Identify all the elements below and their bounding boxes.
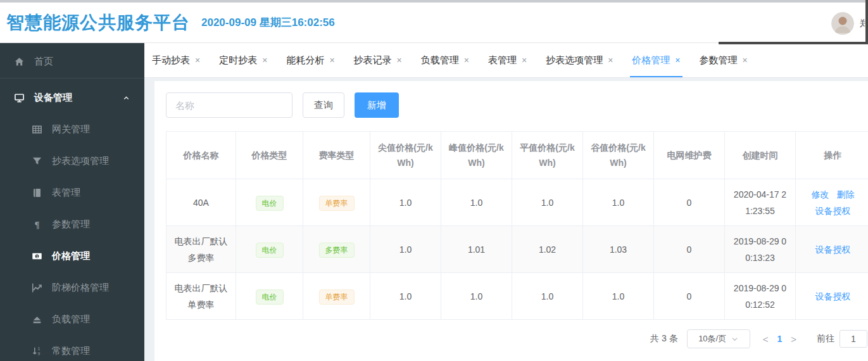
- sidebar-item-label: 价格管理: [52, 250, 90, 262]
- monitor-icon: [14, 92, 25, 103]
- sidebar-item-home[interactable]: 首页: [0, 46, 144, 79]
- goto-label: 前往: [817, 333, 834, 345]
- avatar[interactable]: [831, 12, 854, 35]
- tab-label: 表管理: [488, 54, 517, 66]
- tab-meter-reading-records[interactable]: 抄表记录×: [354, 43, 402, 77]
- sidebar-item-label: 首页: [34, 56, 53, 68]
- rate_type-badge: 单费率: [319, 289, 355, 305]
- page-size-value: 10条/页: [698, 333, 726, 345]
- content-card: 查询 新增 价格名称价格类型费率类型尖值价格(元/k Wh)峰值价格(元/k W…: [154, 81, 868, 361]
- tab-meter-management[interactable]: 表管理×: [488, 43, 527, 77]
- pagination: 共 3 条 10条/页 < 1 > 前往 页: [154, 329, 868, 348]
- total-count: 共 3 条: [650, 333, 678, 345]
- cell-sharp: 1.0: [370, 226, 441, 273]
- chevron-up-icon: [122, 94, 130, 102]
- price-table: 价格名称价格类型费率类型尖值价格(元/k Wh)峰值价格(元/k Wh)平值价格…: [166, 131, 868, 320]
- sidebar-item-parameter-management[interactable]: ¶参数管理: [0, 208, 144, 240]
- sidebar-item-tiered-price-management[interactable]: 阶梯价格管理: [0, 272, 144, 303]
- price_type-badge: 电价: [256, 289, 284, 305]
- add-button[interactable]: 新增: [355, 92, 399, 118]
- cell-created: 2019-08-29 0 0:13:23: [725, 226, 796, 273]
- cell-maintenance: 0: [654, 226, 725, 273]
- cell-actions: 修改删除设备授权: [796, 179, 868, 226]
- sidebar-item-label: 设备管理: [34, 92, 72, 104]
- grid-icon: [32, 124, 42, 135]
- action-link[interactable]: 设备授权: [815, 288, 851, 305]
- tab-label: 定时抄表: [219, 54, 257, 66]
- action-link[interactable]: 删除: [837, 186, 855, 203]
- sidebar-item-label: 参数管理: [52, 218, 90, 231]
- tab-manual-meter-reading[interactable]: 手动抄表×: [152, 43, 200, 77]
- action-link[interactable]: 设备授权: [815, 203, 851, 219]
- column-header-sharp: 尖值价格(元/k Wh): [370, 132, 441, 179]
- tab-meter-reading-options[interactable]: 抄表选项管理×: [546, 43, 613, 77]
- header-datetime: 2020-09-09 星期三16:02:56: [201, 15, 335, 30]
- tab-scheduled-meter-reading[interactable]: 定时抄表×: [219, 43, 267, 77]
- cell-actions: 设备授权: [796, 226, 868, 273]
- svg-text:9: 9: [38, 351, 41, 355]
- column-header-name: 价格名称: [167, 132, 236, 179]
- search-input[interactable]: [166, 92, 292, 118]
- table-row: 电表出厂默认 单费率电价单费率1.01.01.01.002019-08-29 0…: [167, 273, 868, 320]
- sidebar-item-device-management[interactable]: 设备管理: [0, 82, 144, 113]
- tab-label: 抄表记录: [354, 54, 392, 66]
- tab-price-management[interactable]: 价格管理×: [632, 43, 680, 77]
- cell-valley: 1.0: [583, 273, 654, 320]
- cell-peak: 1.0: [441, 179, 512, 226]
- window-edge-artifact-horizontal: [719, 42, 868, 44]
- sidebar-item-meter-management[interactable]: 表管理: [0, 177, 144, 208]
- user-area[interactable]: 郑: [831, 12, 868, 35]
- book-icon: [32, 187, 42, 198]
- cell-peak: 1.01: [441, 226, 512, 273]
- cell-name: 电表出厂默认 单费率: [167, 273, 236, 320]
- action-link[interactable]: 设备授权: [815, 241, 851, 258]
- sidebar-item-price-management[interactable]: 1价格管理: [0, 240, 144, 272]
- topbar: 智慧能源公共服务平台 2020-09-09 星期三16:02:56 郑: [0, 0, 868, 43]
- close-icon[interactable]: ×: [743, 55, 748, 65]
- sidebar-item-load-management[interactable]: 负载管理: [0, 303, 144, 335]
- eject-icon: [32, 314, 42, 325]
- price_type-badge: 电价: [256, 243, 284, 258]
- close-icon[interactable]: ×: [464, 55, 469, 65]
- action-link[interactable]: 修改: [812, 186, 829, 203]
- sidebar: 首页设备管理网关管理抄表选项管理表管理¶参数管理1价格管理阶梯价格管理负载管理1…: [0, 43, 144, 361]
- column-header-maintenance: 电网维护费: [654, 132, 725, 179]
- current-page[interactable]: 1: [777, 334, 782, 344]
- tab-label: 手动抄表: [152, 54, 190, 66]
- cell-maintenance: 0: [654, 179, 725, 226]
- svg-text:¶: ¶: [34, 219, 39, 229]
- column-header-created: 创建时间: [725, 132, 796, 179]
- query-button[interactable]: 查询: [303, 92, 344, 118]
- prev-page-button[interactable]: <: [763, 334, 769, 345]
- window-edge-artifact-vertical: [865, 0, 868, 44]
- sidebar-item-label: 抄表选项管理: [52, 155, 109, 167]
- tab-label: 价格管理: [632, 54, 670, 66]
- sidebar-item-gateway-management[interactable]: 网关管理: [0, 113, 144, 145]
- main-area: 手动抄表×定时抄表×能耗分析×抄表记录×负载管理×表管理×抄表选项管理×价格管理…: [144, 43, 868, 361]
- sidebar-item-meter-reading-options[interactable]: 抄表选项管理: [0, 145, 144, 177]
- close-icon[interactable]: ×: [675, 55, 680, 65]
- close-icon[interactable]: ×: [608, 55, 613, 65]
- table-row: 电表出厂默认 多费率电价多费率1.01.011.021.0302019-08-2…: [167, 226, 868, 273]
- tab-parameter-management[interactable]: 参数管理×: [700, 43, 748, 77]
- tabbar: 手动抄表×定时抄表×能耗分析×抄表记录×负载管理×表管理×抄表选项管理×价格管理…: [144, 43, 868, 78]
- close-icon[interactable]: ×: [397, 55, 402, 65]
- app-root: 智慧能源公共服务平台 2020-09-09 星期三16:02:56 郑 首页设备…: [0, 0, 868, 361]
- money-icon: 1: [32, 251, 42, 262]
- tab-load-management[interactable]: 负载管理×: [421, 43, 469, 77]
- close-icon[interactable]: ×: [522, 55, 527, 65]
- cell-created: 2019-08-29 0 0:12:52: [725, 273, 796, 320]
- next-page-button[interactable]: >: [791, 334, 796, 345]
- tab-energy-analysis[interactable]: 能耗分析×: [286, 43, 334, 77]
- page-size-select[interactable]: 10条/页: [687, 329, 750, 348]
- close-icon[interactable]: ×: [262, 55, 267, 65]
- cell-price_type: 电价: [236, 179, 303, 226]
- close-icon[interactable]: ×: [329, 55, 334, 65]
- table-row: 40A电价单费率1.01.01.01.002020-04-17 2 1:23:5…: [167, 179, 868, 226]
- cell-valley: 1.0: [583, 179, 654, 226]
- goto-page-input[interactable]: [840, 330, 867, 348]
- cell-name: 电表出厂默认 多费率: [167, 226, 236, 273]
- sidebar-item-constant-management[interactable]: 19常数管理: [0, 335, 144, 361]
- close-icon[interactable]: ×: [195, 55, 200, 65]
- home-icon: [14, 56, 25, 67]
